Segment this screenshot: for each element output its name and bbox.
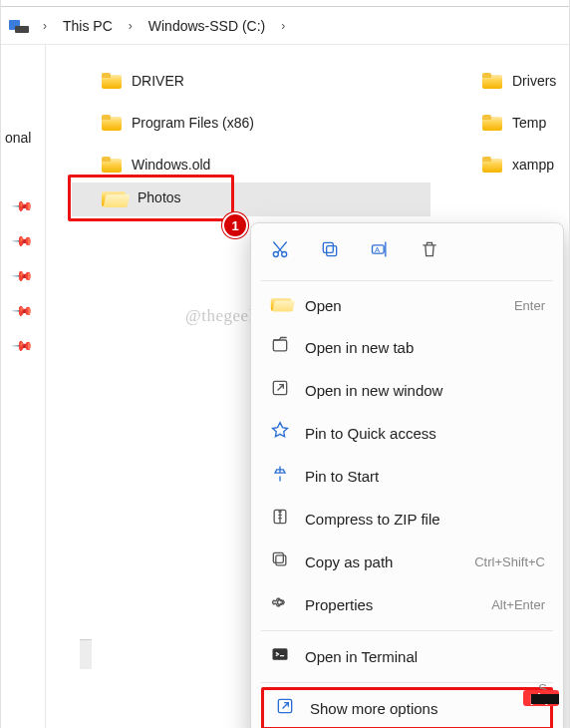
pin-icon[interactable]: 📌 (0, 318, 51, 374)
folder-item[interactable]: Program Files (x86) (94, 111, 432, 135)
cut-icon[interactable] (269, 239, 291, 264)
annotation-badge-1: 1 (222, 212, 248, 238)
breadcrumb-this-pc[interactable]: This PC (57, 14, 119, 38)
svg-rect-10 (273, 552, 283, 562)
menu-open-terminal[interactable]: Open in Terminal (255, 635, 559, 678)
this-pc-icon (9, 18, 31, 34)
copy-icon[interactable] (319, 239, 341, 264)
divider (261, 630, 553, 631)
folder-label: Program Files (x86) (132, 115, 254, 131)
menu-label: Copy as path (305, 553, 460, 570)
context-quick-actions: A (255, 231, 559, 276)
divider (261, 280, 553, 281)
svg-rect-2 (327, 246, 337, 256)
nav-sidebar: onal 📌 📌 📌 📌 📌 (1, 45, 46, 728)
folder-icon (482, 115, 502, 131)
sidebar-selection-marker (80, 639, 92, 669)
sidebar-label-partial: onal (1, 130, 41, 146)
menu-pin-start[interactable]: Pin to Start (255, 455, 559, 498)
new-window-icon (269, 378, 291, 403)
menu-open-new-tab[interactable]: Open in new tab (255, 326, 559, 369)
chevron-right-icon[interactable]: › (275, 19, 291, 33)
showmore-icon (274, 696, 296, 721)
breadcrumb-drive[interactable]: Windows-SSD (C:) (142, 14, 271, 38)
folder-label: Temp (512, 115, 546, 131)
properties-icon (269, 592, 291, 617)
menu-label: Pin to Quick access (305, 425, 545, 442)
folder-icon (482, 73, 502, 89)
menu-open-new-window[interactable]: Open in new window (255, 369, 559, 412)
menu-compress-zip[interactable]: Compress to ZIP file (255, 498, 559, 541)
context-menu: A Open Enter Open in new tab (250, 222, 564, 728)
menu-shortcut: Enter (514, 298, 545, 313)
rename-icon[interactable]: A (369, 239, 391, 264)
copypath-icon (269, 549, 291, 574)
folder-label: xampp (512, 157, 554, 173)
folder-item[interactable]: xampp (474, 153, 564, 177)
menu-label: Compress to ZIP file (305, 511, 545, 528)
decoration (531, 694, 559, 704)
svg-rect-9 (276, 555, 286, 565)
chevron-right-icon[interactable]: › (37, 19, 53, 33)
open-folder-icon (269, 294, 291, 317)
menu-copy-as-path[interactable]: Copy as path Ctrl+Shift+C (255, 541, 559, 583)
pin-qa-icon (269, 421, 291, 446)
folder-item[interactable]: Drivers (474, 69, 564, 93)
menu-shortcut: Ctrl+Shift+C (474, 554, 545, 569)
folder-icon (102, 115, 122, 131)
menu-label: Open in Terminal (305, 648, 545, 665)
folder-label: DRIVER (132, 73, 184, 89)
svg-rect-6 (273, 340, 286, 351)
folder-item[interactable]: Windows.old (94, 153, 432, 177)
menu-label: Open in new tab (305, 339, 545, 356)
menu-show-more-options[interactable]: Show more options (261, 687, 553, 728)
menu-pin-quick-access[interactable]: Pin to Quick access (255, 412, 559, 455)
folder-label: Drivers (512, 73, 556, 89)
folder-icon (102, 73, 122, 89)
divider (261, 682, 553, 683)
breadcrumb[interactable]: › This PC › Windows-SSD (C:) › (1, 7, 569, 45)
menu-label: Pin to Start (305, 468, 545, 485)
folder-icon (102, 157, 122, 173)
menu-label: Properties (305, 596, 477, 613)
zip-icon (269, 507, 291, 532)
new-tab-icon (269, 335, 291, 360)
menu-label: Show more options (310, 700, 540, 717)
folder-item[interactable]: DRIVER (94, 69, 432, 93)
menu-label: Open (305, 297, 500, 314)
file-list-area[interactable]: DRIVER Program Files (x86) Windows.old D… (46, 45, 569, 728)
window-titlebar-spacer (1, 0, 569, 7)
menu-open[interactable]: Open Enter (255, 285, 559, 326)
annotation-box (68, 175, 234, 221)
menu-shortcut: Alt+Enter (491, 597, 545, 612)
folder-icon (482, 157, 502, 173)
svg-rect-12 (273, 648, 288, 660)
svg-rect-3 (323, 242, 333, 252)
delete-icon[interactable] (419, 239, 440, 264)
terminal-icon (269, 644, 291, 669)
pin-start-icon (269, 464, 291, 489)
folder-item[interactable]: Temp (474, 111, 564, 135)
folder-label: Windows.old (132, 157, 210, 173)
menu-properties[interactable]: Properties Alt+Enter (255, 583, 559, 626)
menu-label: Open in new window (305, 382, 545, 399)
svg-text:A: A (375, 245, 380, 254)
chevron-right-icon[interactable]: › (123, 19, 139, 33)
